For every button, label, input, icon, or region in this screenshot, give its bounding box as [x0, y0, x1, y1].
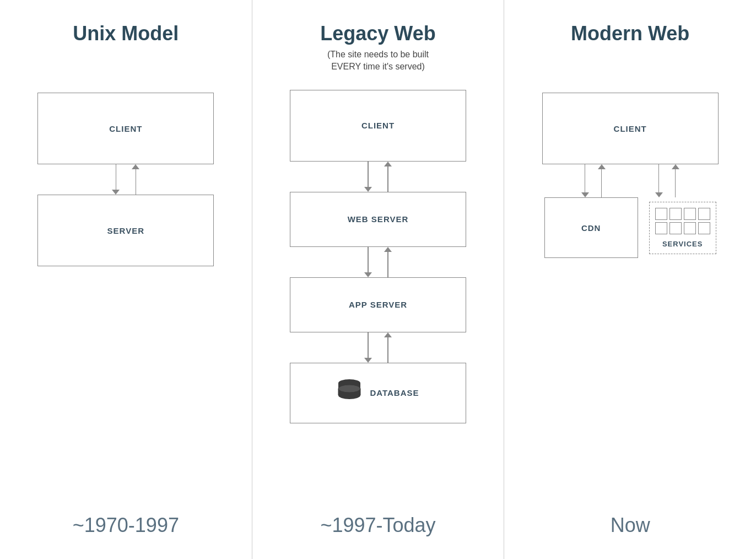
- service-sq-2: [669, 208, 682, 220]
- modern-diagram: CLIENT: [515, 93, 745, 503]
- modern-services-grid: [655, 208, 710, 234]
- legacy-arrow-down-3: [364, 332, 372, 363]
- up-arrowhead: [598, 164, 606, 169]
- legacy-webserver-box: WEB SERVER: [290, 192, 466, 247]
- modern-client-label: CLIENT: [614, 124, 647, 133]
- modern-cdn-services-row: CDN SERVICES: [544, 197, 716, 258]
- down-arrowhead: [364, 358, 372, 363]
- modern-title: Modern Web: [571, 22, 689, 45]
- modern-services-arrows: [655, 164, 679, 197]
- legacy-era: ~1997-Today: [320, 503, 435, 537]
- legacy-arrow-up-3: [384, 332, 392, 363]
- modern-arrow-up-svc: [672, 164, 679, 197]
- service-sq-7: [684, 222, 696, 234]
- database-icon: [337, 379, 362, 407]
- down-arrowhead: [364, 272, 372, 277]
- down-arrowhead: [581, 192, 589, 197]
- down-arrowhead: [364, 187, 372, 192]
- up-arrowhead: [132, 164, 139, 169]
- down-arrowhead: [655, 192, 663, 197]
- legacy-arrow-up-2: [384, 247, 392, 277]
- modern-era: Now: [611, 503, 650, 537]
- unix-arrow-up: [132, 164, 139, 195]
- modern-arrow-up-cdn: [598, 164, 606, 197]
- legacy-appserver-label: APP SERVER: [349, 300, 407, 309]
- legacy-client-box: CLIENT: [290, 90, 466, 162]
- down-arrowhead: [112, 190, 120, 195]
- legacy-arrow-down-2: [364, 247, 372, 277]
- modern-column: Modern Web CLIENT: [504, 0, 756, 559]
- modern-services-box: SERVICES: [649, 202, 716, 254]
- unix-era: ~1970-1997: [73, 503, 179, 537]
- svg-point-3: [338, 385, 360, 393]
- legacy-arrows-2: [364, 247, 392, 277]
- unix-server-box: SERVER: [37, 195, 214, 266]
- legacy-diagram: CLIENT WEB SERVER: [263, 90, 493, 503]
- service-sq-3: [684, 208, 696, 220]
- legacy-arrows-1: [364, 162, 392, 192]
- service-sq-8: [698, 222, 710, 234]
- legacy-title: Legacy Web: [320, 22, 435, 45]
- modern-cdn-arrows: [581, 164, 606, 197]
- up-arrowhead: [672, 164, 679, 169]
- unix-title: Unix Model: [73, 22, 179, 45]
- legacy-appserver-box: APP SERVER: [290, 277, 466, 332]
- up-arrowhead: [384, 332, 392, 337]
- unix-arrow-down: [112, 164, 120, 195]
- legacy-column: Legacy Web (The site needs to be builtEV…: [252, 0, 505, 559]
- unix-column: Unix Model CLIENT SERVER: [0, 0, 252, 559]
- modern-arrow-down-svc: [655, 164, 663, 197]
- legacy-client-label: CLIENT: [361, 121, 395, 130]
- legacy-subtitle: (The site needs to be builtEVERY time it…: [327, 49, 429, 73]
- service-sq-6: [669, 222, 682, 234]
- unix-server-label: SERVER: [107, 226, 144, 235]
- service-sq-1: [655, 208, 667, 220]
- legacy-arrow-down-1: [364, 162, 372, 192]
- unix-diagram: CLIENT SERVER: [11, 93, 241, 503]
- legacy-webserver-label: WEB SERVER: [348, 214, 409, 224]
- up-arrowhead: [384, 247, 392, 252]
- up-arrowhead: [384, 162, 392, 166]
- unix-client-label: CLIENT: [109, 124, 142, 133]
- service-sq-5: [655, 222, 667, 234]
- unix-arrows: [112, 164, 139, 195]
- modern-arrow-down-cdn: [581, 164, 589, 197]
- legacy-db-box: DATABASE: [290, 363, 466, 423]
- modern-cdn-box: CDN: [544, 197, 638, 258]
- legacy-db-label: DATABASE: [370, 388, 419, 397]
- main-container: Unix Model CLIENT SERVER: [0, 0, 756, 559]
- service-sq-4: [698, 208, 710, 220]
- modern-cdn-label: CDN: [581, 223, 601, 233]
- modern-arrows-row: [515, 164, 745, 197]
- modern-client-box: CLIENT: [542, 93, 719, 164]
- unix-client-box: CLIENT: [37, 93, 214, 164]
- modern-services-label: SERVICES: [662, 240, 703, 248]
- legacy-arrow-up-1: [384, 162, 392, 192]
- legacy-arrows-3: [364, 332, 392, 363]
